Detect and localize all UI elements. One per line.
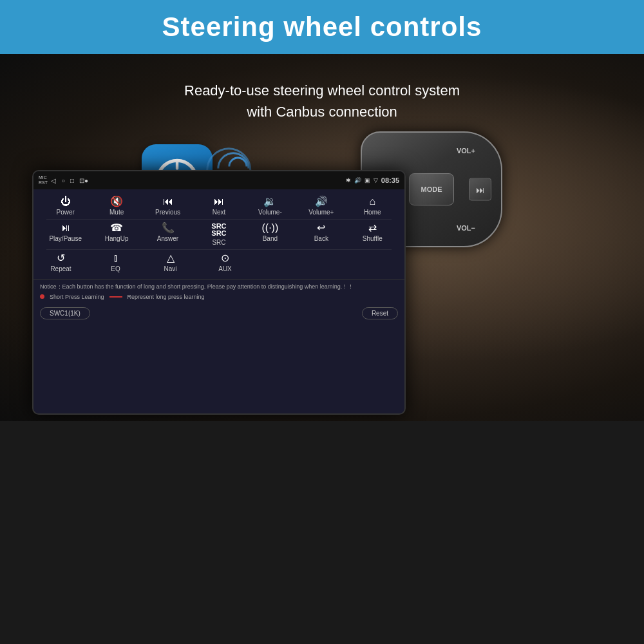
hangup-control[interactable]: ☎ HangUp — [96, 223, 138, 246]
navi-label: Navi — [164, 265, 176, 272]
shuffle-control[interactable]: ⇄ Shuffle — [352, 223, 393, 246]
src-label: SRC — [212, 239, 225, 246]
navi-control[interactable]: △ Navi — [149, 253, 191, 272]
long-press-dash — [109, 296, 122, 298]
play-pause-label: Play/Pause — [49, 235, 82, 242]
nav-home-icon[interactable]: ○ — [61, 177, 65, 184]
previous-icon: ⏮ — [163, 196, 173, 207]
band-control[interactable]: ((·)) Band — [249, 223, 291, 246]
answer-label: Answer — [157, 235, 178, 242]
volume-minus-label: Volume- — [258, 209, 282, 216]
header: Steering wheel controls — [0, 0, 644, 54]
nav-back-icon[interactable]: ◁ — [51, 177, 56, 184]
eq-control[interactable]: ⫿ EQ — [95, 253, 137, 272]
src-control[interactable]: SRCSRC SRC — [198, 223, 240, 246]
mute-control[interactable]: 🔇 Mute — [96, 196, 138, 216]
reset-button[interactable]: Reset — [362, 307, 398, 319]
aux-label: AUX — [218, 265, 232, 272]
repeat-label: Repeat — [50, 265, 71, 272]
next-label: Next — [213, 209, 226, 216]
repeat-control[interactable]: ↺ Repeat — [40, 253, 82, 272]
aux-icon: ⊙ — [221, 253, 229, 263]
play-pause-control[interactable]: ⏯ Play/Pause — [44, 223, 86, 246]
mic-rst-label: MICRST — [39, 175, 48, 185]
controls-area: ⏻ Power 🔇 Mute ⏮ Previous ⏭ Next 🔉 V — [33, 189, 404, 279]
short-press-label: Short Press Learning — [50, 293, 104, 301]
eq-label: EQ — [111, 265, 120, 272]
nav-icons: ◁ ○ □ ⊡● — [51, 177, 88, 184]
notice-area: Notice：Each button has the function of l… — [33, 279, 404, 303]
next-control[interactable]: ⏭ Next — [198, 196, 240, 216]
volume-minus-icon: 🔉 — [263, 196, 276, 207]
time-display: 08:35 — [381, 176, 399, 184]
sw-mode-button[interactable]: MODE — [409, 173, 454, 205]
power-control[interactable]: ⏻ Power — [44, 196, 86, 216]
volume-plus-control[interactable]: 🔊 Volume+ — [300, 196, 342, 216]
status-bar: MICRST ◁ ○ □ ⊡● ✱ 🔊 ▣ ▽ 08:35 — [33, 171, 404, 189]
eq-icon: ⫿ — [113, 253, 118, 263]
short-press-dot — [40, 294, 44, 299]
shuffle-icon: ⇄ — [368, 223, 377, 233]
mute-icon: 🔇 — [110, 196, 123, 207]
volume-plus-label: Volume+ — [308, 209, 334, 216]
controls-row-2: ⏯ Play/Pause ☎ HangUp 📞 Answer SRCSRC SR… — [40, 220, 398, 249]
controls-row-1: ⏻ Power 🔇 Mute ⏮ Previous ⏭ Next 🔉 V — [40, 193, 398, 219]
back-control[interactable]: ↩ Back — [300, 223, 342, 246]
page-title: Steering wheel controls — [13, 12, 631, 43]
home-label: Home — [364, 209, 381, 216]
volume-plus-icon: 🔊 — [315, 196, 328, 207]
play-pause-icon: ⏯ — [61, 223, 71, 233]
navi-icon: △ — [167, 253, 175, 263]
power-icon: ⏻ — [61, 196, 71, 207]
aux-control[interactable]: ⊙ AUX — [204, 253, 246, 272]
answer-icon: 📞 — [162, 223, 175, 233]
repeat-icon: ↺ — [57, 253, 65, 263]
home-icon: ⌂ — [369, 196, 375, 207]
status-right: ✱ 🔊 ▣ ▽ 08:35 — [346, 176, 399, 184]
controls-row-3: ↺ Repeat ⫿ EQ △ Navi ⊙ AUX — [40, 250, 398, 276]
power-label: Power — [57, 209, 75, 216]
home-control[interactable]: ⌂ Home — [352, 196, 393, 216]
band-label: Band — [263, 235, 278, 242]
back-icon: ↩ — [317, 223, 325, 233]
previous-control[interactable]: ⏮ Previous — [147, 196, 189, 216]
band-icon: ((·)) — [262, 223, 279, 233]
long-press-label: Represent long press learning — [128, 293, 205, 301]
battery-icon: ▣ — [365, 177, 370, 184]
nav-recents-icon[interactable]: □ — [70, 177, 74, 184]
next-icon: ⏭ — [214, 196, 224, 207]
audio-icon: 🔊 — [354, 177, 361, 184]
back-label: Back — [314, 235, 328, 242]
src-icon: SRCSRC — [211, 223, 226, 237]
mute-label: Mute — [109, 209, 124, 216]
hangup-icon: ☎ — [110, 223, 123, 233]
legend-row: Short Press Learning Represent long pres… — [40, 293, 398, 301]
tablet-ui: ⏻ ⌂ ↩ 🔉 + MICRST ◁ ○ □ ⊡● ✱ 🔊 ▣ ▽ 08:35 — [32, 170, 406, 415]
nav-cast-icon[interactable]: ⊡● — [79, 177, 88, 184]
previous-label: Previous — [155, 209, 180, 216]
bluetooth-icon: ✱ — [346, 177, 351, 184]
swc-button[interactable]: SWC1(1K) — [40, 307, 90, 319]
notice-text: Notice：Each button has the function of l… — [40, 283, 398, 291]
hangup-label: HangUp — [105, 235, 129, 242]
hero-subtitle: Ready-to-use steering wheel control syst… — [0, 80, 644, 122]
bottom-buttons-row: SWC1(1K) Reset — [33, 305, 404, 322]
answer-control[interactable]: 📞 Answer — [147, 223, 189, 246]
wifi-status-icon: ▽ — [374, 177, 378, 184]
shuffle-label: Shuffle — [363, 235, 383, 242]
volume-minus-control[interactable]: 🔉 Volume- — [249, 196, 291, 216]
sw-next-button[interactable]: ⏭ — [469, 178, 491, 201]
hero-section: Ready-to-use steering wheel control syst… — [0, 54, 644, 421]
